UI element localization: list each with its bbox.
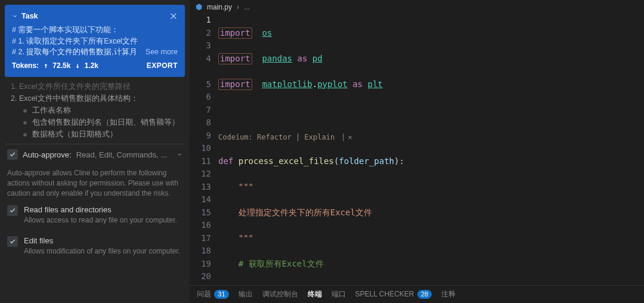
tab-spellchecker[interactable]: SPELL CHECKER 28 (355, 290, 432, 299)
auto-approve-summary: Read, Edit, Commands, ... (76, 150, 167, 159)
export-button[interactable]: EXPORT (147, 60, 178, 71)
auto-approve-row[interactable]: Auto-approve: Read, Edit, Commands, ... (5, 144, 185, 165)
up-arrow-icon: ↑ (44, 60, 48, 71)
sidebar: Task # 需要一个脚本实现以下功能： # 1. 读取指定文件夹下所有Exce… (0, 0, 190, 303)
badge: 28 (417, 290, 432, 299)
breadcrumb-more[interactable]: ... (244, 3, 250, 11)
list-item: Excel文件中销售数据的具体结构： 工作表名称 包含销售数据的列名（如日期、销… (19, 92, 182, 140)
tab-ports[interactable]: 端口 (332, 289, 346, 299)
task-title-row[interactable]: Task (12, 11, 38, 22)
checkbox-checked[interactable] (7, 205, 18, 216)
permission-title: Edit files (24, 236, 180, 245)
checkbox-checked[interactable] (7, 236, 18, 247)
token-counts: Tokens: ↑ 72.5k ↓ 1.2k (12, 60, 98, 71)
panel-tabs: 问题 31 输出 调试控制台 终端 端口 SPELL CHECKER 28 注释 (190, 285, 644, 303)
tokens-label: Tokens: (12, 60, 39, 71)
see-more-link[interactable]: See more (145, 47, 178, 58)
task-title: Task (21, 11, 38, 22)
list-item: 工作表名称 (32, 104, 182, 116)
task-line: # 需要一个脚本实现以下功能： (12, 24, 178, 36)
codelens[interactable]: Codeium: Refactor | Explain |✕ (218, 129, 352, 143)
permission-title: Read files and directories (24, 205, 177, 214)
task-card: Task # 需要一个脚本实现以下功能： # 1. 读取指定文件夹下所有Exce… (5, 5, 185, 77)
permission-desc: Allows access to read any file on your c… (24, 215, 177, 225)
chevron-right-icon: › (237, 3, 239, 11)
chevron-down-icon[interactable] (177, 152, 182, 157)
auto-approve-label: Auto-approve: (23, 150, 72, 159)
checkbox-checked[interactable] (7, 149, 18, 160)
badge: 31 (214, 290, 228, 299)
tab-output[interactable]: 输出 (239, 289, 253, 299)
list-item: 数据格式（如日期格式） (32, 128, 182, 140)
tokens-up: 72.5k (52, 60, 70, 71)
down-arrow-icon: ↓ (75, 60, 79, 71)
filename[interactable]: main.py (207, 3, 232, 11)
python-file-icon: ⬢ (196, 2, 202, 11)
tab-terminal[interactable]: 终端 (308, 289, 322, 299)
breadcrumb[interactable]: ⬢ main.py › ... (190, 0, 644, 14)
list-item: 包含销售数据的列名（如日期、销售额等） (32, 116, 182, 128)
permission-desc: Allows modification of any files on your… (24, 246, 180, 256)
tokens-down: 1.2k (85, 60, 98, 71)
list-item: Excel文件所任文件夹的完整路径 (19, 81, 182, 92)
code-content[interactable]: import os import pandas as pd import mat… (218, 14, 644, 285)
tab-debug[interactable]: 调试控制台 (262, 289, 298, 299)
task-line: # 1. 读取指定文件夹下所有Excel文件 (12, 36, 178, 47)
task-line: # 2. 提取每个文件的销售数据,计算月 (12, 47, 142, 58)
close-icon[interactable] (169, 12, 178, 20)
prompt-info: Excel文件所任文件夹的完整路径 Excel文件中销售数据的具体结构： 工作表… (5, 81, 185, 140)
auto-approve-help: Auto-approve allows Cline to perform the… (5, 168, 185, 198)
tab-problems[interactable]: 问题 31 (197, 289, 229, 299)
editor: ⬢ main.py › ... 1234 5678910111213141516… (190, 0, 644, 303)
tab-comments[interactable]: 注释 (441, 289, 456, 299)
line-gutter: 1234 567891011121314151617181920 (190, 14, 218, 285)
permission-item[interactable]: Read files and directories Allows access… (5, 202, 185, 228)
permission-item[interactable]: Edit files Allows modification of any fi… (5, 233, 185, 259)
chevron-down-icon (12, 13, 18, 19)
